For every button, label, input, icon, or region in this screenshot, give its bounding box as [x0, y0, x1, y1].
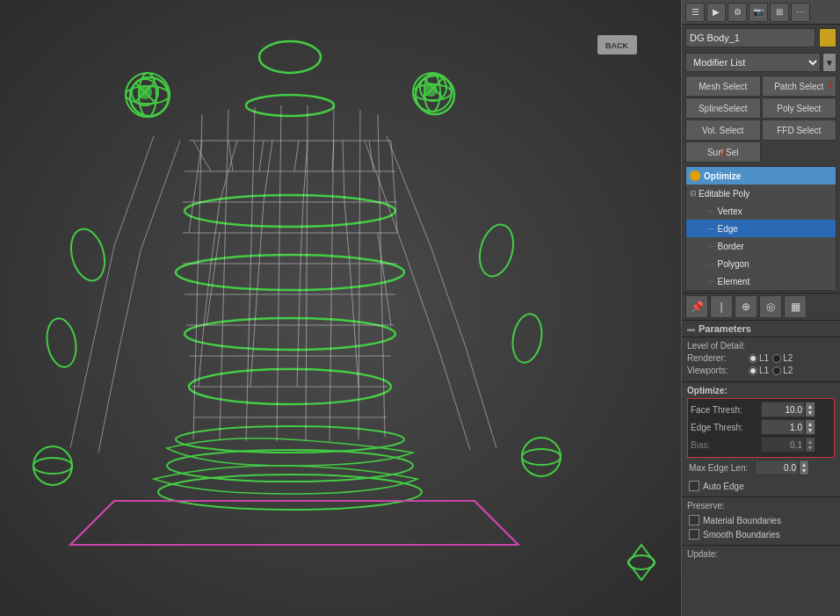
- 3d-viewport[interactable]: BACK: [0, 0, 681, 616]
- toolbar-icon-3[interactable]: ⚙: [728, 3, 747, 22]
- parameters-label: Parameters: [699, 323, 751, 334]
- right-panel: ☰ ▶ ⚙ 📷 ⊞ ⋯ Modifier List ▼ Mesh Select …: [681, 0, 840, 616]
- parameters-body: Level of Detail: Renderer: L1 L2 Viewpor…: [682, 337, 840, 381]
- toolbar-icon-6[interactable]: ⋯: [791, 3, 810, 22]
- edge-thresh-spinner[interactable]: ▲ ▼: [805, 419, 815, 435]
- renderer-row: Renderer: L1 L2: [687, 353, 835, 363]
- renderer-l1-label: L1: [759, 353, 769, 363]
- parameters-section-header[interactable]: ▬ Parameters: [682, 321, 840, 337]
- toolbar-icon-2[interactable]: ▶: [706, 3, 726, 22]
- bias-input[interactable]: [761, 437, 805, 453]
- ffd-select-button[interactable]: FFD Select: [762, 120, 837, 141]
- parameters-collapse-icon: ▬: [687, 324, 695, 333]
- stack-item-polygon[interactable]: ··· Polygon: [686, 255, 836, 272]
- smooth-boundaries-label: Smooth Boundaries: [703, 530, 780, 540]
- stack-item-edge[interactable]: ··· Edge: [686, 220, 836, 237]
- viewport-background: [0, 0, 681, 616]
- stack-item-optimize[interactable]: Optimize: [686, 167, 836, 185]
- bias-spinner[interactable]: ▲ ▼: [805, 437, 815, 453]
- viewports-l1-radio[interactable]: [749, 366, 757, 375]
- bias-row: Bias: ▲ ▼: [691, 437, 831, 453]
- modifier-button-grid: Mesh Select Patch Select ↓ SplineSelect …: [682, 74, 840, 164]
- edge-thresh-row: Edge Thresh: ▲ ▼: [691, 419, 831, 435]
- material-boundaries-row: Material Boundaries: [687, 513, 835, 527]
- viewports-row: Viewports: L1 L2: [687, 366, 835, 375]
- renderer-label: Renderer:: [687, 353, 749, 363]
- threshold-highlighted-box: Face Thresh: ▲ ▼ Edge Thresh: ▲ ▼ Bias:: [687, 398, 835, 458]
- edge-thresh-input[interactable]: [761, 419, 805, 435]
- level-of-detail-row: Level of Detail:: [687, 341, 835, 351]
- viewports-l2-label: L2: [783, 366, 793, 375]
- face-thresh-spinner[interactable]: ▲ ▼: [805, 402, 815, 417]
- stack-toolbar-show[interactable]: |: [710, 295, 733, 318]
- preserve-header: Preserve:: [687, 501, 835, 511]
- poly-select-button[interactable]: Poly Select: [762, 98, 837, 119]
- update-header: Update:: [687, 549, 835, 559]
- modifier-list-dropdown[interactable]: Modifier List: [685, 53, 821, 72]
- viewports-label: Viewports:: [687, 366, 749, 375]
- preserve-section: Preserve: Material Boundaries Smooth Bou…: [682, 496, 840, 545]
- update-section: Update:: [682, 545, 840, 565]
- renderer-l1-item: L1: [749, 353, 769, 363]
- auto-edge-checkbox[interactable]: [689, 481, 699, 491]
- level-of-detail-label: Level of Detail:: [687, 341, 749, 351]
- toolbar-icon-1[interactable]: ☰: [685, 3, 705, 22]
- surf-sel-button[interactable]: Surf Sel ↓: [685, 141, 761, 163]
- vol-select-button[interactable]: Vol. Select: [685, 120, 761, 141]
- stack-item-border[interactable]: ··· Border: [686, 237, 836, 255]
- spline-select-button[interactable]: SplineSelect: [685, 98, 761, 119]
- stack-toolbar-add[interactable]: ⊕: [735, 295, 757, 318]
- stack-toolbar-config[interactable]: ▦: [784, 295, 807, 318]
- renderer-radio-group: L1 L2: [749, 353, 793, 363]
- viewports-radio-group: L1 L2: [749, 366, 793, 375]
- face-thresh-input[interactable]: [761, 402, 805, 417]
- toolbar-icon-5[interactable]: ⊞: [770, 3, 789, 22]
- viewports-l2-radio[interactable]: [772, 366, 781, 375]
- optimize-icon: [690, 170, 700, 181]
- smooth-boundaries-checkbox[interactable]: [689, 529, 699, 540]
- renderer-l2-item: L2: [772, 353, 793, 363]
- viewports-l1-label: L1: [759, 366, 769, 375]
- modifier-list-arrow[interactable]: ▼: [822, 53, 836, 72]
- stack-item-element[interactable]: ··· Element: [686, 272, 836, 290]
- material-boundaries-label: Material Boundaries: [703, 516, 781, 525]
- stack-toolbar-delete[interactable]: ◎: [759, 295, 782, 318]
- renderer-l2-label: L2: [783, 353, 793, 363]
- auto-edge-row: Auto Edge: [687, 479, 835, 493]
- auto-edge-label: Auto Edge: [703, 482, 744, 491]
- max-edge-len-row: Max Edge Len: ▲ ▼: [687, 460, 835, 475]
- face-thresh-label: Face Thresh:: [691, 405, 761, 415]
- stack-item-editable-poly[interactable]: ⊟ Editable Poly: [686, 185, 836, 202]
- toolbar-icon-4[interactable]: 📷: [749, 3, 768, 22]
- stack-item-vertex[interactable]: ··· Vertex: [686, 202, 836, 220]
- viewports-l1-item: L1: [749, 366, 769, 375]
- max-edge-len-spinner[interactable]: ▲ ▼: [799, 460, 809, 475]
- optimize-section: Optimize: Face Thresh: ▲ ▼ Edge Thresh: …: [682, 381, 840, 496]
- expand-icon: ⊟: [690, 189, 697, 198]
- renderer-l1-radio[interactable]: [749, 354, 757, 363]
- color-swatch[interactable]: [819, 28, 836, 47]
- mesh-select-button[interactable]: Mesh Select: [685, 76, 761, 97]
- optimize-header: Optimize:: [687, 386, 835, 395]
- max-edge-len-label: Max Edge Len:: [689, 463, 755, 473]
- max-edge-len-input[interactable]: [755, 460, 799, 475]
- smooth-boundaries-row: Smooth Boundaries: [687, 527, 835, 541]
- material-boundaries-checkbox[interactable]: [689, 515, 699, 525]
- renderer-l2-radio[interactable]: [772, 354, 781, 363]
- viewports-l2-item: L2: [772, 366, 793, 375]
- stack-toolbar-pin[interactable]: 📌: [685, 295, 708, 318]
- patch-select-button[interactable]: Patch Select ↓: [762, 76, 837, 97]
- object-name-input[interactable]: [685, 28, 815, 47]
- top-toolbar: ☰ ▶ ⚙ 📷 ⊞ ⋯: [682, 0, 840, 25]
- object-name-row: [682, 25, 840, 51]
- edge-thresh-label: Edge Thresh:: [691, 423, 761, 432]
- face-thresh-row: Face Thresh: ▲ ▼: [691, 402, 831, 417]
- stack-icon-toolbar: 📌 | ⊕ ◎ ▦: [682, 293, 840, 321]
- modifier-stack: Optimize ⊟ Editable Poly ··· Vertex ··· …: [685, 166, 836, 291]
- modifier-list-row: Modifier List ▼: [682, 51, 840, 74]
- bias-label: Bias:: [691, 440, 761, 450]
